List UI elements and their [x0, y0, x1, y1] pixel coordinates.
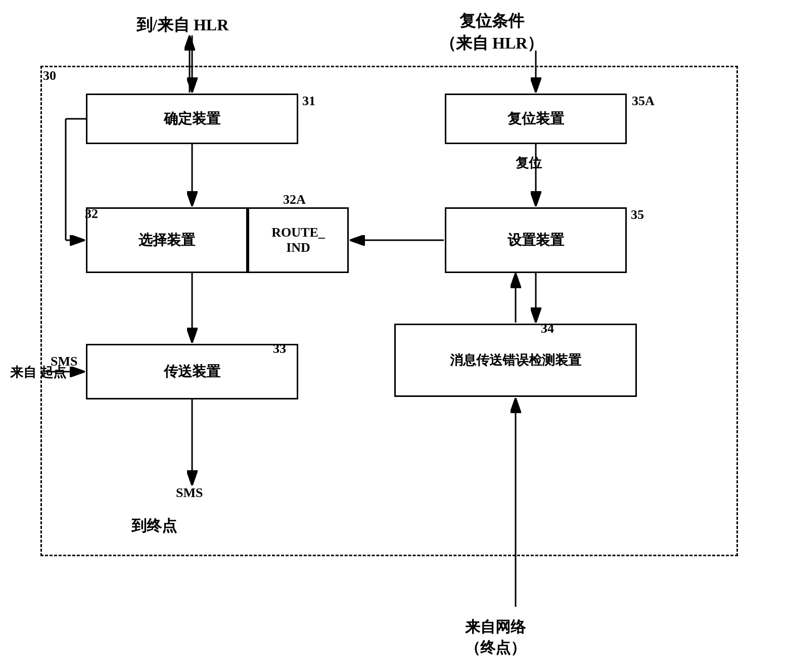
ref-33: 33 [273, 341, 286, 356]
transfer-device-box: 传送装置 [86, 344, 298, 399]
route-ind-box: ROUTE_IND [248, 207, 349, 273]
ref-32: 32 [85, 206, 98, 221]
select-device-box: 选择装置 [86, 207, 248, 273]
reset-label: 复位 [516, 154, 542, 172]
hlr-top-label: 到/来自 HLR [136, 14, 228, 36]
ref-35a: 35A [632, 94, 655, 109]
from-origin-label: 来自 起点 [10, 364, 66, 381]
sms-out-label: SMS [176, 485, 203, 501]
from-network-label: 来自网络 （终点） [465, 617, 526, 658]
reset-device-box: 复位装置 [445, 94, 627, 144]
ref-31: 31 [302, 94, 315, 109]
setup-device-box: 设置装置 [445, 207, 627, 273]
determine-device-box: 确定装置 [86, 94, 298, 144]
ref-30: 30 [43, 68, 56, 83]
route-ind-label: ROUTE_IND [271, 225, 325, 255]
ref-34: 34 [541, 321, 554, 336]
ref-32a: 32A [283, 192, 306, 207]
reset-condition-label: 复位条件 （来自 HLR） [440, 10, 543, 55]
diagram-container: 到/来自 HLR 复位条件 （来自 HLR） 30 确定装置 31 复位装置 3… [0, 0, 786, 672]
error-detect-box: 消息传送错误检测装置 [394, 324, 637, 397]
to-destination-label: 到终点 [131, 516, 177, 536]
ref-35: 35 [631, 207, 644, 222]
